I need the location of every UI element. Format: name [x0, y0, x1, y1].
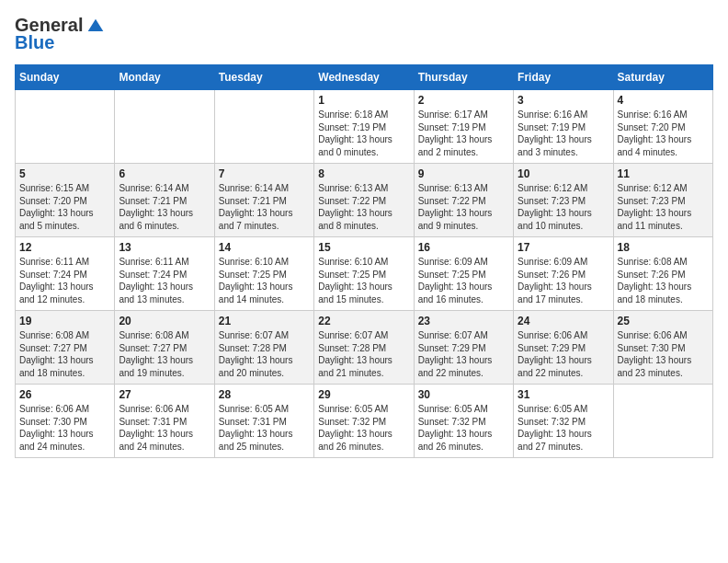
- day-info: Sunrise: 6:14 AM Sunset: 7:21 PM Dayligh…: [119, 182, 210, 232]
- day-cell: 22Sunrise: 6:07 AM Sunset: 7:28 PM Dayli…: [314, 311, 414, 385]
- day-info: Sunrise: 6:05 AM Sunset: 7:32 PM Dayligh…: [418, 403, 509, 453]
- day-info: Sunrise: 6:06 AM Sunset: 7:30 PM Dayligh…: [19, 403, 110, 453]
- day-cell: 5Sunrise: 6:15 AM Sunset: 7:20 PM Daylig…: [16, 164, 115, 237]
- day-info: Sunrise: 6:10 AM Sunset: 7:25 PM Dayligh…: [219, 256, 310, 305]
- day-cell: 18Sunrise: 6:08 AM Sunset: 7:26 PM Dayli…: [613, 237, 712, 311]
- day-number: 16: [418, 241, 509, 254]
- col-header-saturday: Saturday: [613, 65, 712, 90]
- week-row-3: 12Sunrise: 6:11 AM Sunset: 7:24 PM Dayli…: [16, 237, 713, 311]
- day-cell: 6Sunrise: 6:14 AM Sunset: 7:21 PM Daylig…: [115, 164, 214, 237]
- day-cell: 4Sunrise: 6:16 AM Sunset: 7:20 PM Daylig…: [613, 90, 712, 164]
- day-cell: 28Sunrise: 6:05 AM Sunset: 7:31 PM Dayli…: [214, 385, 313, 458]
- day-number: 21: [219, 315, 310, 327]
- day-cell: 1Sunrise: 6:18 AM Sunset: 7:19 PM Daylig…: [314, 90, 414, 164]
- week-row-1: 1Sunrise: 6:18 AM Sunset: 7:19 PM Daylig…: [16, 90, 713, 164]
- day-cell: 9Sunrise: 6:13 AM Sunset: 7:22 PM Daylig…: [414, 164, 513, 237]
- day-number: 5: [19, 167, 110, 180]
- day-cell: [16, 90, 115, 164]
- day-number: 27: [119, 388, 210, 401]
- day-info: Sunrise: 6:05 AM Sunset: 7:31 PM Dayligh…: [219, 403, 310, 453]
- day-info: Sunrise: 6:11 AM Sunset: 7:24 PM Dayligh…: [119, 256, 210, 305]
- day-info: Sunrise: 6:07 AM Sunset: 7:28 PM Dayligh…: [219, 329, 310, 379]
- day-cell: 3Sunrise: 6:16 AM Sunset: 7:19 PM Daylig…: [514, 90, 613, 164]
- day-cell: 12Sunrise: 6:11 AM Sunset: 7:24 PM Dayli…: [16, 237, 115, 311]
- day-info: Sunrise: 6:10 AM Sunset: 7:25 PM Dayligh…: [318, 256, 409, 305]
- day-number: 25: [618, 315, 709, 327]
- day-number: 1: [318, 94, 409, 107]
- col-header-sunday: Sunday: [16, 65, 115, 90]
- day-number: 10: [518, 167, 609, 180]
- day-number: 3: [518, 94, 609, 107]
- day-number: 31: [518, 388, 609, 401]
- day-number: 9: [418, 167, 509, 180]
- day-number: 15: [318, 241, 409, 254]
- day-number: 8: [318, 167, 409, 180]
- day-cell: [613, 385, 712, 458]
- day-number: 19: [19, 315, 110, 327]
- day-info: Sunrise: 6:06 AM Sunset: 7:30 PM Dayligh…: [618, 329, 709, 379]
- day-info: Sunrise: 6:11 AM Sunset: 7:24 PM Dayligh…: [19, 256, 110, 305]
- day-info: Sunrise: 6:17 AM Sunset: 7:19 PM Dayligh…: [418, 109, 509, 158]
- day-cell: 24Sunrise: 6:06 AM Sunset: 7:29 PM Dayli…: [514, 311, 613, 385]
- day-info: Sunrise: 6:09 AM Sunset: 7:25 PM Dayligh…: [418, 256, 509, 305]
- day-info: Sunrise: 6:13 AM Sunset: 7:22 PM Dayligh…: [418, 182, 509, 232]
- day-cell: 31Sunrise: 6:05 AM Sunset: 7:32 PM Dayli…: [514, 385, 613, 458]
- day-cell: 7Sunrise: 6:14 AM Sunset: 7:21 PM Daylig…: [214, 164, 313, 237]
- day-cell: 13Sunrise: 6:11 AM Sunset: 7:24 PM Dayli…: [115, 237, 214, 311]
- day-cell: 21Sunrise: 6:07 AM Sunset: 7:28 PM Dayli…: [214, 311, 313, 385]
- logo: General Blue: [15, 15, 105, 53]
- day-number: 26: [19, 388, 110, 401]
- day-cell: 23Sunrise: 6:07 AM Sunset: 7:29 PM Dayli…: [414, 311, 513, 385]
- week-row-4: 19Sunrise: 6:08 AM Sunset: 7:27 PM Dayli…: [16, 311, 713, 385]
- day-cell: 29Sunrise: 6:05 AM Sunset: 7:32 PM Dayli…: [314, 385, 414, 458]
- day-number: 30: [418, 388, 509, 401]
- day-number: 23: [418, 315, 509, 327]
- day-number: 11: [618, 167, 709, 180]
- day-number: 22: [318, 315, 409, 327]
- day-cell: 8Sunrise: 6:13 AM Sunset: 7:22 PM Daylig…: [314, 164, 414, 237]
- day-info: Sunrise: 6:05 AM Sunset: 7:32 PM Dayligh…: [518, 403, 609, 453]
- day-cell: 14Sunrise: 6:10 AM Sunset: 7:25 PM Dayli…: [214, 237, 313, 311]
- day-number: 28: [219, 388, 310, 401]
- day-number: 17: [518, 241, 609, 254]
- day-info: Sunrise: 6:08 AM Sunset: 7:27 PM Dayligh…: [119, 329, 210, 379]
- day-cell: 15Sunrise: 6:10 AM Sunset: 7:25 PM Dayli…: [314, 237, 414, 311]
- day-cell: 30Sunrise: 6:05 AM Sunset: 7:32 PM Dayli…: [414, 385, 513, 458]
- day-cell: 26Sunrise: 6:06 AM Sunset: 7:30 PM Dayli…: [16, 385, 115, 458]
- day-info: Sunrise: 6:16 AM Sunset: 7:19 PM Dayligh…: [518, 109, 609, 158]
- day-number: 13: [119, 241, 210, 254]
- page-header: General Blue: [15, 15, 713, 53]
- day-info: Sunrise: 6:16 AM Sunset: 7:20 PM Dayligh…: [618, 109, 709, 158]
- day-cell: 27Sunrise: 6:06 AM Sunset: 7:31 PM Dayli…: [115, 385, 214, 458]
- header-row: SundayMondayTuesdayWednesdayThursdayFrid…: [16, 65, 713, 90]
- week-row-5: 26Sunrise: 6:06 AM Sunset: 7:30 PM Dayli…: [16, 385, 713, 458]
- day-info: Sunrise: 6:06 AM Sunset: 7:29 PM Dayligh…: [518, 329, 609, 379]
- day-info: Sunrise: 6:07 AM Sunset: 7:29 PM Dayligh…: [418, 329, 509, 379]
- day-info: Sunrise: 6:05 AM Sunset: 7:32 PM Dayligh…: [318, 403, 409, 453]
- day-cell: 19Sunrise: 6:08 AM Sunset: 7:27 PM Dayli…: [16, 311, 115, 385]
- day-number: 4: [618, 94, 709, 107]
- day-number: 2: [418, 94, 509, 107]
- col-header-thursday: Thursday: [414, 65, 513, 90]
- day-cell: 10Sunrise: 6:12 AM Sunset: 7:23 PM Dayli…: [514, 164, 613, 237]
- day-cell: [115, 90, 214, 164]
- col-header-friday: Friday: [514, 65, 613, 90]
- logo-blue-text: Blue: [15, 32, 54, 53]
- day-number: 29: [318, 388, 409, 401]
- day-cell: 2Sunrise: 6:17 AM Sunset: 7:19 PM Daylig…: [414, 90, 513, 164]
- day-info: Sunrise: 6:13 AM Sunset: 7:22 PM Dayligh…: [318, 182, 409, 232]
- day-info: Sunrise: 6:12 AM Sunset: 7:23 PM Dayligh…: [518, 182, 609, 232]
- logo-icon: [86, 17, 105, 36]
- day-number: 7: [219, 167, 310, 180]
- day-number: 20: [119, 315, 210, 327]
- day-cell: 16Sunrise: 6:09 AM Sunset: 7:25 PM Dayli…: [414, 237, 513, 311]
- day-info: Sunrise: 6:08 AM Sunset: 7:27 PM Dayligh…: [19, 329, 110, 379]
- day-cell: 20Sunrise: 6:08 AM Sunset: 7:27 PM Dayli…: [115, 311, 214, 385]
- col-header-wednesday: Wednesday: [314, 65, 414, 90]
- day-info: Sunrise: 6:15 AM Sunset: 7:20 PM Dayligh…: [19, 182, 110, 232]
- day-number: 24: [518, 315, 609, 327]
- day-info: Sunrise: 6:07 AM Sunset: 7:28 PM Dayligh…: [318, 329, 409, 379]
- day-info: Sunrise: 6:12 AM Sunset: 7:23 PM Dayligh…: [618, 182, 709, 232]
- day-info: Sunrise: 6:18 AM Sunset: 7:19 PM Dayligh…: [318, 109, 409, 158]
- day-cell: [214, 90, 313, 164]
